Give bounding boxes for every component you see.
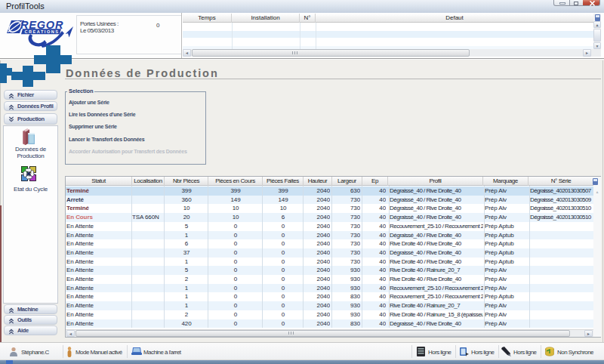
svg-text:CREATIONS: CREATIONS	[25, 29, 60, 34]
